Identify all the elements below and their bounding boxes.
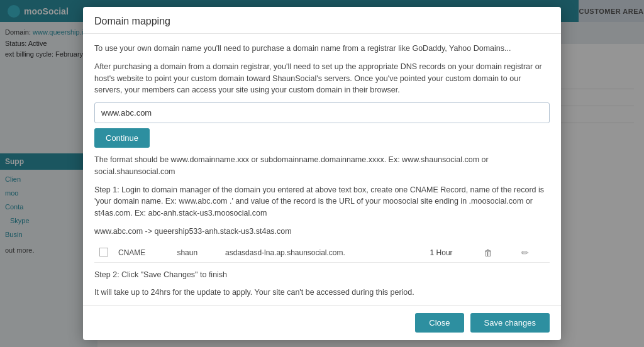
format-note: The format should be www.domainname.xxx … — [94, 154, 550, 178]
mapping-line: www.abc.com -> queership533-anh.stack-us… — [94, 226, 550, 238]
step1-text: Step 1: Login to domain manager of the d… — [94, 184, 550, 219]
modal-header: Domain mapping — [83, 7, 561, 34]
domain-mapping-modal: Domain mapping To use your own domain na… — [83, 7, 561, 340]
step2-note: It will take up to 24hrs for the update … — [94, 287, 550, 299]
cname-ttl: 1 Hour — [425, 244, 477, 263]
cname-value: asdasdas​d-lna.ap.shaunsocial.com. — [220, 244, 425, 263]
domain-input[interactable] — [94, 102, 550, 123]
modal-title: Domain mapping — [94, 16, 550, 27]
modal-overlay: Domain mapping To use your own domain na… — [0, 0, 644, 347]
cname-table: CNAME shaun asdasdas​d-lna.ap.shaunsocia… — [94, 244, 550, 263]
step2-text: Step 2: Click "Save Changes" to finish — [94, 269, 550, 281]
cname-type: CNAME — [113, 244, 172, 263]
modal-body: To use your own domain name you'll need … — [83, 34, 561, 305]
cname-delete-cell: 🗑 — [476, 244, 514, 263]
close-button[interactable]: Close — [415, 313, 464, 333]
cname-row: CNAME shaun asdasdas​d-lna.ap.shaunsocia… — [94, 244, 550, 263]
continue-button[interactable]: Continue — [94, 128, 150, 148]
cname-edit-cell: ✏ — [514, 244, 550, 263]
edit-icon[interactable]: ✏ — [519, 248, 531, 258]
intro-paragraph-2: After purchasing a domain from a domain … — [94, 61, 550, 96]
save-changes-button[interactable]: Save changes — [470, 313, 550, 333]
delete-icon[interactable]: 🗑 — [481, 248, 495, 258]
intro-paragraph-1: To use your own domain name you'll need … — [94, 43, 550, 55]
cname-name: shaun — [172, 244, 220, 263]
cname-checkbox[interactable] — [99, 248, 108, 256]
cname-checkbox-cell — [94, 244, 113, 263]
modal-footer: Close Save changes — [83, 305, 561, 340]
